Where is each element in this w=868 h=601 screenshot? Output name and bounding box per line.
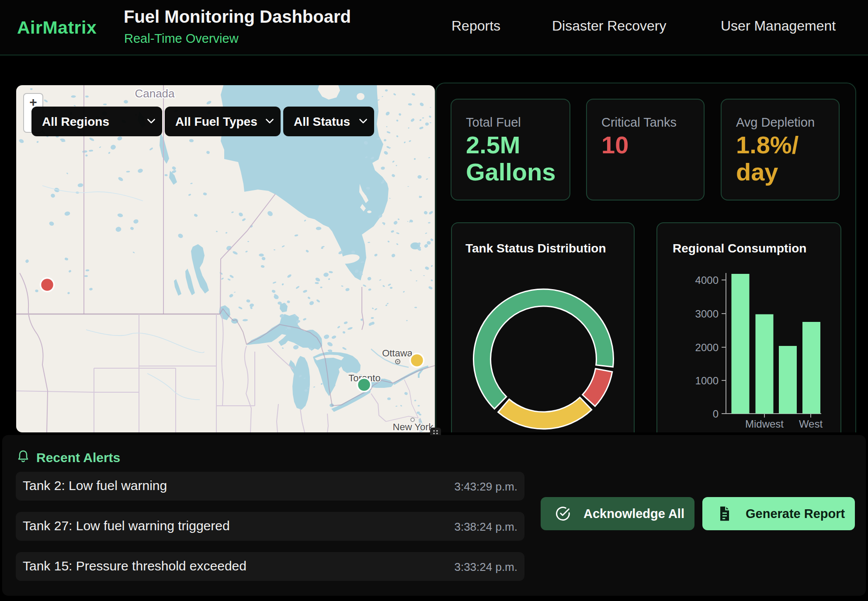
svg-text:Midwest: Midwest — [745, 418, 784, 430]
svg-text:New York: New York — [393, 421, 434, 432]
svg-text:2000: 2000 — [695, 342, 719, 353]
svg-text:0: 0 — [713, 408, 719, 420]
svg-text:Canada: Canada — [135, 87, 175, 100]
svg-text:1000: 1000 — [695, 375, 719, 387]
svg-text:4000: 4000 — [695, 274, 719, 286]
svg-text:Ottawa: Ottawa — [382, 348, 413, 359]
svg-text:West: West — [799, 418, 823, 430]
svg-text:3000: 3000 — [695, 308, 719, 320]
